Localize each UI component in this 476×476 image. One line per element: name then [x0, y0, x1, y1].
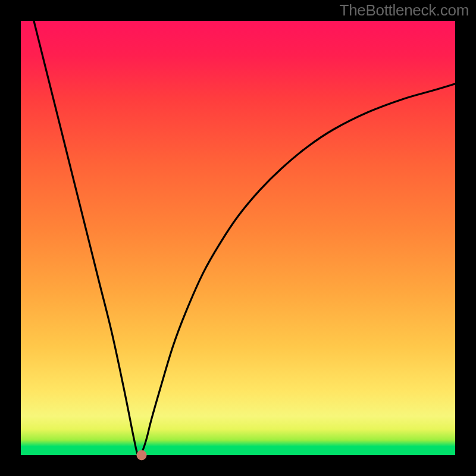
chart-container: TheBottleneck.com — [0, 0, 476, 476]
optimum-marker — [136, 450, 146, 461]
attribution-text: TheBottleneck.com — [340, 1, 469, 20]
bottleneck-curve — [21, 21, 455, 455]
